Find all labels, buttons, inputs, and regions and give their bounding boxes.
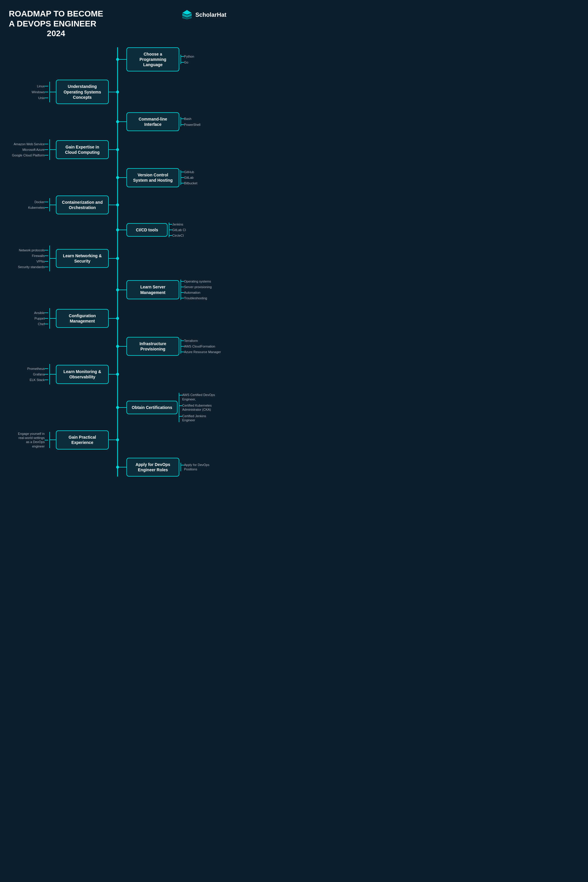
dot-container — [116, 204, 119, 206]
box-title-infra: Infrastructure Provisioning — [140, 341, 166, 351]
dot-vcs — [116, 176, 119, 179]
scholarhat-logo-icon — [181, 9, 193, 21]
label-text-elk: ELK Stack — [30, 378, 45, 382]
logo-block: ScholarHat — [181, 9, 230, 21]
box-title-cli: Command-line Interface — [138, 117, 167, 127]
left-cloud: Amazon Web Service Microsoft Azure Googl… — [6, 140, 118, 160]
label-text-circleci: CircleCI — [172, 234, 184, 237]
box-vcs: Version Control System and Hosting — [126, 168, 179, 187]
label-text-azure: Microsoft Azure — [22, 148, 45, 152]
label-gcp: Google Cloud Platform — [12, 153, 48, 157]
dot-config — [116, 317, 119, 320]
label-k8s: Kubernetes — [28, 206, 48, 209]
label-text-cloudformation: AWS CloudFormation — [184, 345, 215, 348]
box-config: Configuration Management — [56, 309, 109, 328]
right-cicd: CI/CD tools Jenkins GitLab CI CircleCI — [118, 222, 230, 237]
v-line — [180, 55, 181, 64]
box-cli: Command-line Interface — [126, 112, 179, 131]
labels-right-programming: Python Go — [180, 55, 194, 64]
box-title-server: Learn Server Management — [140, 285, 165, 295]
label-github: GitHub — [180, 170, 194, 174]
label-text-terraform: Terraform — [184, 339, 198, 342]
label-gitlab: GitLab — [180, 176, 194, 179]
right-cli: Command-line Interface Bash PowerShell — [118, 112, 230, 131]
dot-cloud — [116, 148, 119, 151]
label-text-prometheus: Prometheus — [27, 367, 45, 370]
label-text-docker: Docker — [34, 200, 45, 204]
label-text-powershell: PowerShell — [184, 123, 201, 126]
label-text-chef: Chef — [38, 322, 45, 326]
left-monitoring: Prometheus Grafana ELK Stack Learn M — [6, 364, 118, 384]
h-tick — [45, 92, 48, 92]
label-text-troubleshooting: Troubleshooting — [184, 296, 207, 300]
h-conn-cloud — [50, 149, 56, 150]
box-title-cloud: Gain Expertise in Cloud Computing — [65, 145, 99, 154]
label-text-go: Go — [184, 61, 189, 64]
label-text-practical: Engage yourself in real-world settings a… — [15, 432, 45, 448]
label-text-windows: Windows — [32, 90, 45, 94]
box-title-monitoring: Learn Monitoring & Observability — [63, 369, 101, 379]
right-certs: Obtain Certifications AWS Certified DevO… — [118, 393, 230, 422]
label-text-jenkins: Jenkins — [172, 222, 183, 226]
label-bash: Bash — [180, 117, 191, 120]
labels-right-infra: Terraform AWS CloudFormation Azure Resou… — [180, 339, 221, 354]
box-title-networking: Learn Networking & Security — [63, 254, 102, 263]
dot-server — [116, 288, 119, 291]
box-programming: Choose a Programming Language — [126, 47, 179, 72]
right-programming: Choose a Programming Language Python Go — [118, 47, 230, 72]
label-text-vpns: VPNs — [36, 260, 45, 263]
left-container: Docker Kubernetes Containerization and O… — [6, 195, 118, 214]
dot-apply — [116, 466, 119, 469]
svg-marker-0 — [182, 10, 192, 15]
label-text-gitlab-ci: GitLab CI — [172, 228, 186, 232]
label-text-netproto: Network protocols — [19, 248, 45, 252]
box-cloud: Gain Expertise in Cloud Computing — [56, 140, 109, 159]
box-title-practical: Gain Practical Experience — [69, 435, 96, 445]
labels-left-cloud: Amazon Web Service Microsoft Azure Googl… — [12, 142, 48, 157]
box-practical: Gain Practical Experience — [56, 430, 109, 449]
label-text-server-prov: Server provisioning — [184, 285, 212, 289]
label-text-linux: Linux — [37, 84, 45, 88]
right-vcs: Version Control System and Hosting GitHu… — [118, 168, 230, 187]
box-networking: Learn Networking & Security — [56, 249, 109, 268]
label-docker: Docker — [34, 200, 48, 204]
dot-certs — [116, 406, 119, 409]
label-text-arm: Azure Resource Manager — [184, 350, 221, 354]
label-aws: Amazon Web Service — [14, 142, 48, 146]
page-wrapper: ROADMAP TO BECOME A DEVOPS ENGINEER 2024… — [0, 0, 235, 496]
label-text-grafana: Grafana — [33, 372, 45, 376]
v-bar-vcs — [180, 170, 181, 185]
box-title-programming: Choose a Programming Language — [140, 52, 166, 67]
box-certs: Obtain Certifications — [126, 401, 178, 414]
logo-text: ScholarHat — [195, 12, 226, 18]
label-text-aws: Amazon Web Service — [14, 142, 45, 146]
right-apply: Apply for DevOps Engineer Roles Apply fo… — [118, 458, 230, 477]
bracket-right: Python Go — [180, 55, 194, 64]
v-bar-cli — [180, 117, 181, 126]
box-title-vcs: Version Control System and Hosting — [133, 172, 173, 183]
box-os: Understanding Operating Systems Concepts — [56, 80, 109, 104]
label-text-jenkins-cert: Certified Jenkins Engineer — [182, 414, 218, 423]
label-text-security-standards: Security standards — [18, 265, 45, 269]
label-powershell: PowerShell — [180, 123, 201, 126]
labels-right-vcs: GitHub GitLab Bitbucket — [180, 170, 197, 185]
dot-monitoring — [116, 373, 119, 376]
labels-left-os: Linux Windows Unix — [32, 84, 48, 100]
labels-left-container: Docker Kubernetes — [28, 200, 48, 209]
label-azure: Microsoft Azure — [22, 148, 48, 152]
labels-right-server: Operating systems Server provisioning Au… — [180, 280, 212, 300]
dot-cli — [116, 120, 119, 123]
dot-os — [116, 90, 119, 93]
box-monitoring: Learn Monitoring & Observability — [56, 365, 109, 384]
h-tick — [45, 86, 48, 86]
box-title-config: Configuration Management — [69, 314, 96, 323]
labels-left-config: Ansible Puppet Chef — [34, 311, 48, 326]
label-text-k8s: Kubernetes — [28, 206, 45, 209]
labels-left-monitoring: Prometheus Grafana ELK Stack — [27, 367, 48, 382]
label-go: Go — [180, 61, 194, 64]
box-apply: Apply for DevOps Engineer Roles — [126, 458, 179, 477]
label-windows: Windows — [32, 90, 48, 94]
h-tick — [45, 98, 48, 98]
box-title-apply: Apply for DevOps Engineer Roles — [135, 462, 170, 472]
box-infra: Infrastructure Provisioning — [126, 337, 179, 356]
